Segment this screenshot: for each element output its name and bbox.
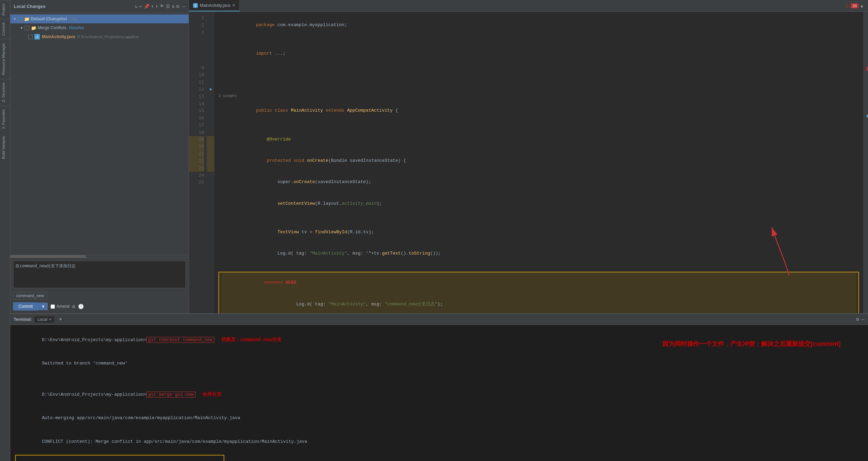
terminal-fail-box: Automatic merge failed; fix conflicts an… — [15, 455, 224, 461]
merge-checkbox[interactable] — [25, 26, 29, 30]
error-icon: ⚠ — [845, 3, 849, 9]
minimize-btn[interactable]: — — [182, 4, 185, 9]
merge-icon: 📁 — [31, 25, 36, 31]
file-name: MainActivity.java — [42, 34, 75, 39]
code-line-20: Log.d( tag: "MainActivity", msg: "comman… — [221, 294, 856, 313]
terminal-blank-1 — [15, 375, 863, 383]
code-line-9: public class MainActivity extends AppCom… — [218, 100, 859, 122]
resolve-link[interactable]: Resolve — [69, 25, 84, 30]
refresh-btn[interactable]: ↻ — [135, 4, 138, 9]
terminal-header: Terminal: Local ✕ + ⚙ — — [10, 314, 868, 325]
commit-toolbar-row: Commit ▼ Amend ⚙ 🕐 — [13, 302, 186, 311]
sidebar-item-z-structure[interactable]: Z: Structure — [0, 79, 10, 105]
terminal-big-annotation: 因为同时操作一个文件，产生冲突；解决之后重新提交[commint] — [662, 339, 841, 350]
file-checkbox[interactable] — [28, 35, 33, 39]
commit-settings-icon[interactable]: ⚙ — [72, 304, 75, 310]
merge-label: Merge Conflicts — [38, 25, 66, 30]
panel-header: Local Changes ↻ ↩ 📌 ⬆ ⬇ 👁 ☰ ⇅ ⚙ — — [10, 0, 189, 13]
local-changes-panel: Local Changes ↻ ↩ 📌 ⬆ ⬇ 👁 ☰ ⇅ ⚙ — — [10, 0, 189, 313]
commit-dropdown-arrow[interactable]: ▼ — [38, 303, 48, 310]
code-content[interactable]: package com.example.myapplication; impor… — [214, 12, 863, 313]
bookmark-icon: ● — [210, 87, 212, 92]
default-changelist-item[interactable]: ▼ 📁 Default Changelist 1 file — [10, 14, 189, 23]
terminal-tab-local[interactable]: Local ✕ — [35, 316, 54, 323]
code-line-16: TextView tv = findViewById(R.id.tv); — [218, 222, 859, 243]
commit-message-input[interactable]: 在command_new分支下添加日志 — [13, 261, 186, 288]
conflict-block: <<<<<<< HEAD Log.d( tag: "MainActivity",… — [218, 272, 859, 313]
sidebar-item-build-variants[interactable]: Build Variants — [0, 133, 10, 162]
sidebar-left: Project Commit Resource Manager Z: Struc… — [0, 0, 10, 461]
tab-label: MainActivity.java — [200, 3, 230, 8]
horizontal-scrollbar[interactable] — [10, 255, 189, 258]
merge-conflicts-item[interactable]: ▼ 📁 Merge Conflicts Resolve — [10, 23, 189, 32]
code-line-17: Log.d( tag: "MainActivity", msg: ""+tv.g… — [218, 243, 859, 265]
error-chevron[interactable]: ▲ — [860, 3, 864, 8]
code-line-14: setContentView(R.layout.activity_main); — [218, 193, 859, 214]
code-line-3: import ...; — [218, 43, 859, 64]
java-tab-icon: G — [193, 3, 198, 8]
terminal-line-4: Auto-merging app/src/main/java/com/examp… — [15, 407, 863, 430]
code-line-9-hint: 2 usages — [218, 93, 859, 100]
panel-title: Local Changes — [14, 4, 45, 9]
terminal-line-2: Switched to branch 'command_new' — [15, 352, 863, 375]
sidebar-item-2-favorites[interactable]: 2: Favorites — [0, 105, 10, 132]
sidebar-item-project[interactable]: Project — [0, 0, 10, 19]
line-numbers: 1 2 3 9 10 11 12 13 14 15 16 17 18 — [189, 12, 207, 313]
commit-clock-icon[interactable]: 🕐 — [78, 304, 84, 310]
terminal-add-tab-btn[interactable]: + — [57, 317, 64, 322]
editor-tabs: G MainActivity.java ✕ ⚠ 20 ▲ — [189, 0, 868, 12]
undo-btn[interactable]: ↩ — [139, 4, 142, 9]
main-activity-item[interactable]: J MainActivity.java D:\Env\Android_Proje… — [10, 32, 189, 41]
commit-area: 在command_new分支下添加日志 command_new Commit ▼… — [10, 258, 189, 313]
terminal-gear-icon[interactable]: ⚙ — [856, 316, 859, 322]
code-line-19: <<<<<<< HEAD — [221, 272, 856, 294]
editor-area: G MainActivity.java ✕ ⚠ 20 ▲ 1 2 — [189, 0, 868, 313]
terminal-line-5: CONFLICT (content): Merge conflict in ap… — [15, 430, 863, 453]
code-line-18 — [218, 265, 859, 272]
changelist-name: Default Changelist — [31, 16, 67, 21]
commit-button[interactable]: Commit — [13, 302, 38, 311]
settings-btn[interactable]: ⚙ — [176, 3, 179, 9]
java-file-icon: J — [34, 34, 40, 40]
collapse-btn[interactable]: ⬇ — [156, 4, 158, 9]
editor-scrollbar[interactable] — [863, 12, 868, 313]
scrollbar-change-marker — [867, 115, 868, 117]
amend-label: Amend — [50, 304, 69, 309]
error-badge: ⚠ 20 ▲ — [845, 3, 864, 9]
commit-btn-group: Commit ▼ — [13, 302, 48, 311]
code-line-15 — [218, 214, 859, 222]
branch-display: command_new — [13, 292, 47, 300]
merge-arrow: ▼ — [20, 26, 23, 30]
expand-btn[interactable]: ⬆ — [151, 4, 154, 9]
terminal-tab-close[interactable]: ✕ — [49, 317, 52, 321]
terminal-title: Terminal: — [14, 317, 32, 322]
gutter-icons: ● — [207, 12, 214, 313]
code-editor: 1 2 3 9 10 11 12 13 14 15 16 17 18 — [189, 12, 868, 313]
sidebar-item-resource-manager[interactable]: Resource Manager — [0, 39, 10, 79]
changelist-checkbox[interactable] — [18, 17, 22, 21]
code-line-11: @Override — [218, 129, 859, 150]
eye-btn[interactable]: 👁 — [160, 4, 164, 9]
changelist-count: 1 file — [69, 17, 77, 21]
code-line-1: package com.example.myapplication; — [218, 14, 859, 36]
term-prompt-1: D:\Env\Android_Projects\my-application> — [42, 337, 146, 342]
folder-icon: 📁 — [24, 16, 30, 22]
changelist-arrow: ▼ — [13, 17, 16, 21]
sort-btn[interactable]: ⇅ — [172, 4, 174, 9]
code-line-10 — [218, 122, 859, 129]
terminal-content[interactable]: D:\Env\Android_Projects\my-application>g… — [10, 325, 868, 461]
editor-tab-main-activity[interactable]: G MainActivity.java ✕ — [189, 0, 240, 11]
sidebar-item-commit[interactable]: Commit — [0, 19, 10, 39]
tab-close-btn[interactable]: ✕ — [232, 3, 235, 8]
terminal-line-3: D:\Env\Android_Projects\my-application>g… — [15, 382, 863, 406]
file-path: D:\Env\Android_Projects\my-applicat — [77, 35, 138, 39]
term-cmd-1: git checkout command_new — [146, 337, 214, 343]
term-annotation-2: 合并分支 — [202, 392, 222, 397]
code-line-12: protected void onCreate(Bundle savedInst… — [218, 150, 859, 171]
terminal-section: Terminal: Local ✕ + ⚙ — D:\Env\Android_P… — [10, 313, 868, 461]
pin-btn[interactable]: 📌 — [144, 4, 149, 9]
list-btn[interactable]: ☰ — [166, 4, 170, 9]
terminal-minimize-icon[interactable]: — — [862, 317, 865, 322]
term-cmd-2: git merge gui-new — [146, 392, 195, 397]
amend-checkbox[interactable] — [50, 304, 55, 309]
